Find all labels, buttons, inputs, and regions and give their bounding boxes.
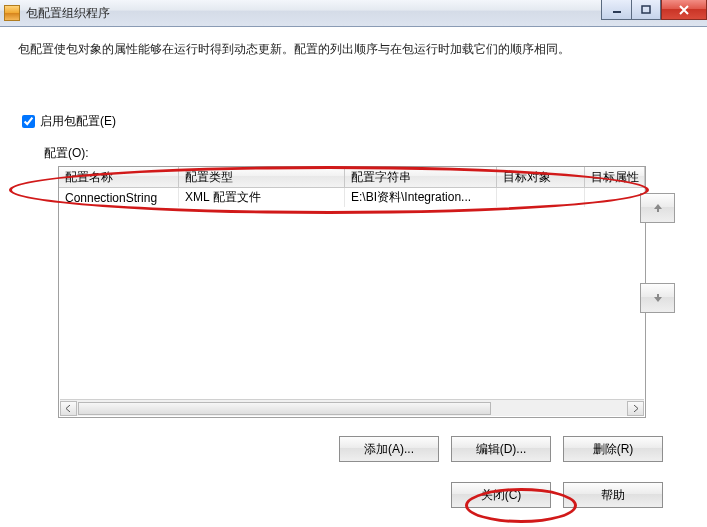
- col-target-object[interactable]: 目标对象: [497, 167, 585, 187]
- cell-config-name: ConnectionString: [59, 188, 179, 207]
- cell-config-type: XML 配置文件: [179, 188, 345, 207]
- chevron-left-icon: [65, 405, 72, 412]
- scroll-right-arrow[interactable]: [627, 401, 644, 416]
- svg-rect-1: [642, 6, 650, 13]
- grid-header: 配置名称 配置类型 配置字符串 目标对象 目标属性: [59, 167, 645, 188]
- enable-config-row: 启用包配置(E): [18, 112, 689, 131]
- col-config-type[interactable]: 配置类型: [179, 167, 345, 187]
- grid-action-buttons: 添加(A)... 编辑(D)... 删除(R): [18, 436, 689, 462]
- grid-horizontal-scrollbar[interactable]: [60, 399, 644, 416]
- app-icon: [4, 5, 20, 21]
- scroll-left-arrow[interactable]: [60, 401, 77, 416]
- dialog-content: 包配置使包对象的属性能够在运行时得到动态更新。配置的列出顺序与在包运行时加载它们…: [0, 27, 707, 518]
- reorder-buttons: [640, 193, 675, 313]
- edit-button-label: 编辑(D)...: [476, 441, 527, 458]
- window-buttons: [601, 0, 707, 20]
- minimize-icon: [612, 5, 622, 15]
- move-down-button[interactable]: [640, 283, 675, 313]
- dialog-buttons: 关闭(C) 帮助: [18, 482, 689, 508]
- close-icon: [678, 5, 690, 15]
- close-dialog-button-label: 关闭(C): [481, 487, 522, 504]
- help-button-label: 帮助: [601, 487, 625, 504]
- arrow-down-icon: [652, 292, 664, 304]
- table-row[interactable]: ConnectionString XML 配置文件 E:\BI资料\Integr…: [59, 188, 645, 207]
- scroll-thumb[interactable]: [78, 402, 491, 415]
- minimize-button[interactable]: [601, 0, 631, 20]
- config-grid[interactable]: 配置名称 配置类型 配置字符串 目标对象 目标属性 ConnectionStri…: [58, 166, 646, 418]
- help-button[interactable]: 帮助: [563, 482, 663, 508]
- col-target-property[interactable]: 目标属性: [585, 167, 645, 187]
- enable-config-checkbox[interactable]: [22, 115, 35, 128]
- title-bar: 包配置组织程序: [0, 0, 707, 27]
- svg-rect-0: [613, 11, 621, 13]
- close-dialog-button[interactable]: 关闭(C): [451, 482, 551, 508]
- cell-target-object: [497, 188, 585, 207]
- arrow-up-icon: [652, 202, 664, 214]
- enable-config-label: 启用包配置(E): [40, 113, 116, 130]
- remove-button-label: 删除(R): [593, 441, 634, 458]
- close-button[interactable]: [661, 0, 707, 20]
- col-config-string[interactable]: 配置字符串: [345, 167, 497, 187]
- maximize-button[interactable]: [631, 0, 661, 20]
- add-button[interactable]: 添加(A)...: [339, 436, 439, 462]
- move-up-button[interactable]: [640, 193, 675, 223]
- col-config-name[interactable]: 配置名称: [59, 167, 179, 187]
- scroll-track[interactable]: [77, 401, 627, 416]
- cell-config-string: E:\BI资料\Integration...: [345, 188, 497, 207]
- edit-button[interactable]: 编辑(D)...: [451, 436, 551, 462]
- cell-target-property: [585, 188, 645, 207]
- configurations-label: 配置(O):: [44, 145, 689, 162]
- remove-button[interactable]: 删除(R): [563, 436, 663, 462]
- description-text: 包配置使包对象的属性能够在运行时得到动态更新。配置的列出顺序与在包运行时加载它们…: [18, 41, 689, 58]
- maximize-icon: [641, 5, 651, 15]
- chevron-right-icon: [632, 405, 639, 412]
- add-button-label: 添加(A)...: [364, 441, 414, 458]
- window-title: 包配置组织程序: [26, 5, 110, 22]
